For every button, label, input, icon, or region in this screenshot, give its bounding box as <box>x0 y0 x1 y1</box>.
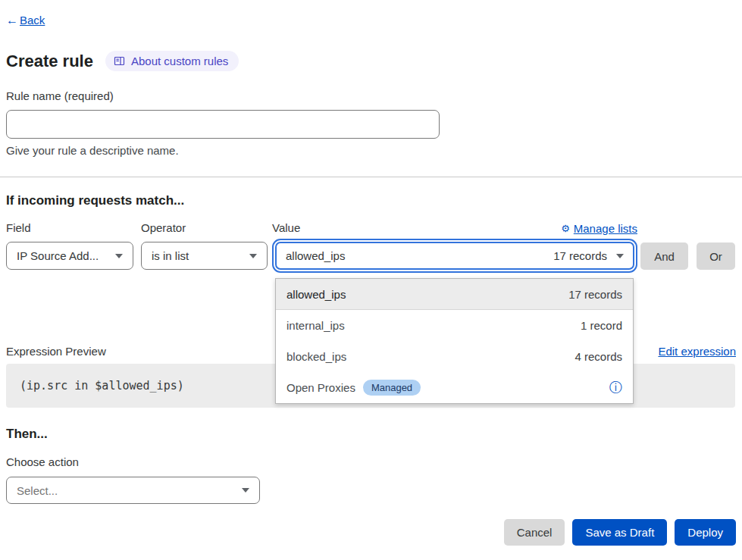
operator-select-value: is in list <box>152 249 189 262</box>
field-select-value: IP Source Add... <box>17 249 99 262</box>
match-section-heading: If incoming requests match... <box>6 193 736 210</box>
value-column: Value ⚙ Manage lists allowed_ips 17 reco… <box>272 221 637 270</box>
field-column: Field IP Source Add... <box>6 221 133 270</box>
chevron-down-icon <box>616 254 624 258</box>
match-row: Field IP Source Add... Operator is in li… <box>6 221 736 270</box>
list-item-internal-ips[interactable]: internal_ips 1 record <box>276 310 633 341</box>
list-item-name: Open Proxies <box>286 381 355 394</box>
list-item-open-proxies[interactable]: Open Proxies Managed ⓘ <box>276 372 633 403</box>
list-dropdown-panel: allowed_ips 17 records internal_ips 1 re… <box>275 278 634 404</box>
title-row: Create rule About custom rules <box>6 51 736 71</box>
expression-code: (ip.src in $allowed_ips) <box>20 379 184 393</box>
back-row: ← Back <box>6 12 736 28</box>
manage-lists-label: Manage lists <box>574 222 637 235</box>
then-section-heading: Then... <box>6 427 736 443</box>
action-select[interactable]: Select... <box>6 477 260 504</box>
expression-preview-label: Expression Preview <box>6 345 106 358</box>
or-button[interactable]: Or <box>697 242 735 270</box>
choose-action-label: Choose action <box>6 455 736 469</box>
list-item-name: allowed_ips <box>286 288 346 301</box>
rule-name-helper: Give your rule a descriptive name. <box>6 144 736 158</box>
list-item-allowed-ips[interactable]: allowed_ips 17 records <box>276 279 633 310</box>
gear-icon: ⚙ <box>561 223 570 234</box>
value-select-selected: allowed_ips <box>286 249 345 262</box>
action-select-placeholder: Select... <box>17 484 58 497</box>
rule-name-label: Rule name (required) <box>6 89 736 103</box>
list-item-blocked-ips[interactable]: blocked_ips 4 records <box>276 341 633 372</box>
about-custom-rules-link[interactable]: About custom rules <box>105 51 239 71</box>
operator-column: Operator is in list <box>141 221 268 270</box>
cancel-button[interactable]: Cancel <box>504 519 565 546</box>
edit-expression-link[interactable]: Edit expression <box>658 345 736 358</box>
manage-lists-link[interactable]: ⚙ Manage lists <box>561 222 637 235</box>
create-rule-page: ← Back Create rule About custom rules Ru… <box>0 0 742 560</box>
back-link[interactable]: Back <box>20 14 45 27</box>
value-select-records: 17 records <box>553 249 607 262</box>
back-arrow-icon: ← <box>6 14 18 27</box>
operator-select[interactable]: is in list <box>141 242 268 270</box>
chevron-down-icon <box>249 254 257 258</box>
field-select[interactable]: IP Source Add... <box>6 242 133 270</box>
operator-label: Operator <box>141 221 186 234</box>
book-icon <box>114 55 125 67</box>
rule-name-input[interactable] <box>6 110 440 139</box>
info-icon[interactable]: ⓘ <box>609 381 622 394</box>
and-button[interactable]: And <box>640 242 688 270</box>
chevron-down-icon <box>115 254 123 258</box>
deploy-button[interactable]: Deploy <box>675 519 736 546</box>
value-select[interactable]: allowed_ips 17 records <box>275 242 634 270</box>
page-title: Create rule <box>6 52 93 71</box>
list-item-name: blocked_ips <box>286 350 346 363</box>
list-item-name: internal_ips <box>286 319 345 332</box>
value-label: Value <box>272 221 300 234</box>
list-item-records: 4 records <box>575 350 622 363</box>
chevron-down-icon <box>242 488 249 493</box>
field-label: Field <box>6 221 31 234</box>
list-item-records: 17 records <box>568 288 622 301</box>
save-as-draft-button[interactable]: Save as Draft <box>572 519 667 546</box>
section-divider <box>0 177 742 177</box>
managed-badge: Managed <box>363 380 421 396</box>
list-item-records: 1 record <box>581 319 622 332</box>
footer-actions: Cancel Save as Draft Deploy <box>6 519 736 546</box>
about-link-label: About custom rules <box>131 55 228 67</box>
